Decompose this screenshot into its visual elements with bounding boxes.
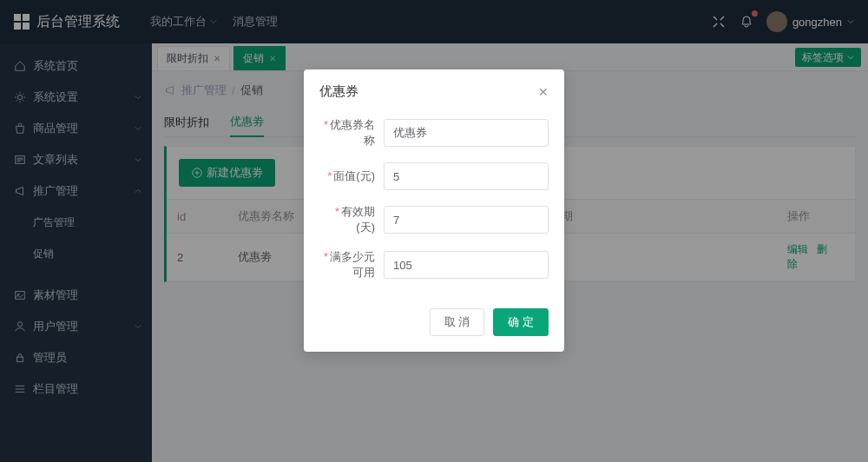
- coupon-name-input[interactable]: [384, 119, 549, 147]
- field-min: *满多少元可用: [319, 249, 549, 280]
- dialog-body: *优惠券名称 *面值(元) *有效期(天) *满多少元可用: [304, 107, 564, 300]
- min-amount-input[interactable]: [384, 251, 549, 279]
- cancel-button[interactable]: 取 消: [430, 308, 485, 336]
- field-valid: *有效期(天): [319, 204, 549, 235]
- face-value-input[interactable]: [384, 162, 549, 190]
- close-icon[interactable]: ✕: [538, 85, 549, 99]
- valid-days-input[interactable]: [384, 206, 549, 234]
- dialog-footer: 取 消 确 定: [304, 300, 564, 352]
- field-name: *优惠券名称: [319, 117, 549, 148]
- dialog-title: 优惠券: [319, 83, 358, 100]
- coupon-dialog: 优惠券 ✕ *优惠券名称 *面值(元) *有效期(天) *满多少元可用 取 消 …: [304, 69, 564, 352]
- dialog-header: 优惠券 ✕: [304, 69, 564, 107]
- field-face: *面值(元): [319, 162, 549, 190]
- confirm-button[interactable]: 确 定: [493, 308, 549, 336]
